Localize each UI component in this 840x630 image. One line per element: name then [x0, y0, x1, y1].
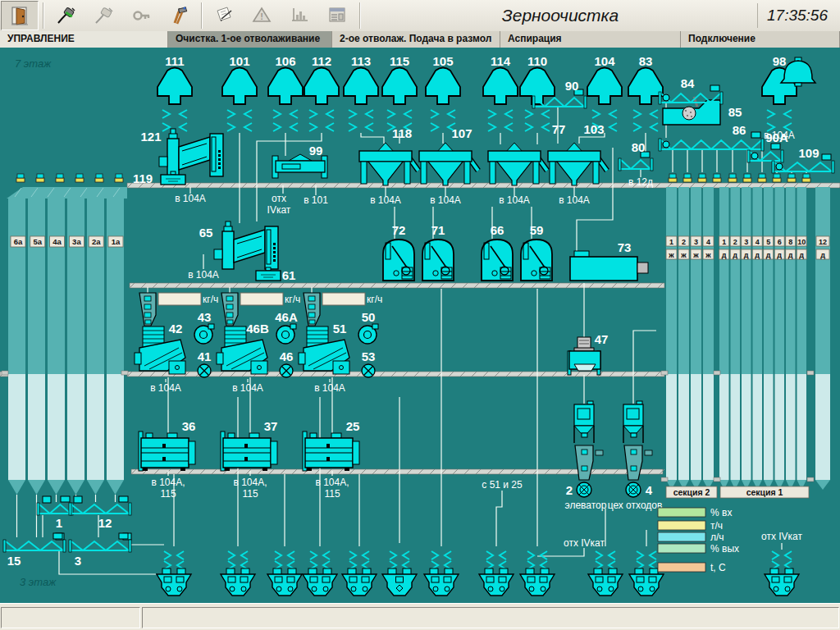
silo-button-д[interactable]: д	[730, 249, 740, 259]
label: 4а	[52, 237, 62, 246]
machine-number: 66	[491, 223, 504, 237]
cyclone-number: 106	[275, 54, 295, 68]
toolbar-button-exit-door[interactable]	[1, 1, 39, 30]
machine-number: 53	[362, 349, 376, 363]
silo-gate[interactable]	[802, 174, 810, 182]
silo-button-5а[interactable]: 5а	[30, 236, 45, 247]
silo-button-д[interactable]: д	[719, 249, 729, 259]
silo-button-6а[interactable]: 6а	[11, 236, 25, 247]
route-label: в 104А	[188, 269, 219, 281]
silo-button-12[interactable]: 12	[816, 236, 829, 246]
label: д	[755, 251, 760, 259]
toolbar-separator	[359, 2, 360, 29]
status-bar	[0, 603, 840, 630]
section-button[interactable]: секция 1	[720, 486, 809, 498]
silo-button-д[interactable]: д	[786, 249, 796, 259]
silo-gate[interactable]	[728, 174, 737, 182]
cyclone-number: 112	[312, 54, 331, 68]
silo-button-ж[interactable]: ж	[678, 249, 689, 259]
flow-input[interactable]	[322, 293, 365, 305]
machine-number: 99	[309, 144, 323, 158]
silo-button-2[interactable]: 2	[730, 236, 740, 246]
silo-button-ж[interactable]: ж	[703, 249, 714, 259]
label: 8	[788, 238, 792, 246]
toolbar-separator	[43, 2, 43, 29]
silo-gate[interactable]	[115, 174, 123, 182]
label: ж	[705, 251, 711, 259]
silo-button-3[interactable]: 3	[742, 236, 751, 246]
silo-button-2[interactable]: 2	[678, 236, 689, 246]
silo-button-4а[interactable]: 4а	[50, 236, 65, 247]
machine-number: 36	[182, 419, 196, 433]
silo-gate[interactable]	[56, 174, 64, 182]
silo-button-5[interactable]: 5	[764, 236, 774, 246]
silo-button-ж[interactable]: ж	[691, 249, 701, 259]
silo-gate[interactable]	[95, 174, 103, 182]
toolbar-button-connect-plug[interactable]	[48, 2, 84, 30]
label: д	[799, 251, 804, 259]
silo-button-3а[interactable]: 3а	[69, 236, 84, 247]
section-button[interactable]: секция 2	[666, 486, 717, 498]
machine-46В[interactable]: 46В	[217, 322, 269, 374]
silo-button-1[interactable]: 1	[666, 236, 677, 246]
silo-gate[interactable]	[758, 174, 766, 182]
silo-button-д[interactable]: д	[752, 249, 762, 259]
route-label: отх IVкат	[564, 537, 605, 549]
silo-button-1[interactable]: 1	[719, 236, 729, 246]
silo-button-д[interactable]: д	[797, 249, 806, 259]
tab-1[interactable]: Очистка. 1-ое отволаживание	[168, 31, 332, 48]
flow-input[interactable]	[158, 293, 201, 305]
silo-button-д[interactable]: д	[764, 249, 774, 259]
flow-input[interactable]	[240, 293, 283, 305]
machine-number: 50	[362, 310, 376, 324]
silo-gate[interactable]	[75, 174, 84, 182]
tab-4[interactable]: Подключение	[681, 31, 840, 48]
silo-gate[interactable]	[773, 174, 781, 182]
cyclone-number: 114	[491, 54, 511, 68]
label: ж	[680, 251, 687, 259]
silo-gate[interactable]	[743, 174, 751, 182]
cyclone-number: 101	[229, 54, 249, 68]
tab-3[interactable]: Аспирация	[500, 31, 681, 48]
silo-gate[interactable]	[713, 174, 721, 182]
route-label: в 104А	[175, 193, 206, 204]
silo-button-6[interactable]: 6	[774, 236, 784, 246]
silo-button-4[interactable]: 4	[752, 236, 762, 246]
silo-gate[interactable]	[669, 174, 677, 182]
cyclone-number: 98	[773, 54, 787, 68]
silo-button-д[interactable]: д	[742, 249, 751, 259]
silo-gate[interactable]	[788, 174, 796, 182]
label: секция 2	[673, 487, 710, 497]
silo-button-д[interactable]: д	[816, 249, 829, 259]
silo-button-2а[interactable]: 2а	[89, 236, 103, 247]
silo-button-4[interactable]: 4	[703, 236, 714, 246]
silo-button-ж[interactable]: ж	[666, 249, 677, 259]
route-label: в 104А	[499, 194, 530, 206]
silo-button-1а[interactable]: 1а	[108, 236, 123, 247]
route-label: в 12д	[628, 176, 653, 188]
silo-gate[interactable]	[698, 174, 706, 182]
machine-number: 3	[75, 554, 81, 568]
tab-control[interactable]: УПРАВЛЕНИЕ	[0, 31, 168, 48]
route-label: в 104А,	[315, 477, 349, 488]
silo-gate[interactable]	[36, 174, 44, 182]
exit-door-icon	[9, 5, 30, 26]
route-label: в 104А,	[233, 477, 267, 488]
machine-number: 65	[199, 226, 213, 240]
unit-label: кг/ч	[367, 294, 382, 305]
machine-number: 43	[198, 310, 212, 324]
silo-gate[interactable]	[16, 174, 25, 182]
machine-number: 119	[133, 171, 153, 185]
silo-button-3[interactable]: 3	[691, 236, 701, 246]
route-label: 115	[160, 488, 176, 500]
silo-gate[interactable]	[683, 174, 692, 182]
toolbar-button-tools[interactable]	[161, 2, 197, 30]
silo-button-10[interactable]: 10	[797, 236, 806, 246]
toolbar-button-disconnect-plug	[85, 2, 121, 30]
label: д	[722, 251, 727, 259]
destination-label: цех отходов	[608, 500, 663, 511]
tab-2[interactable]: 2-ое отволаж. Подача в размол	[332, 31, 500, 48]
silo-button-8[interactable]: 8	[786, 236, 796, 246]
toolbar-button-sign-document[interactable]	[206, 2, 242, 30]
silo-button-д[interactable]: д	[774, 249, 784, 259]
